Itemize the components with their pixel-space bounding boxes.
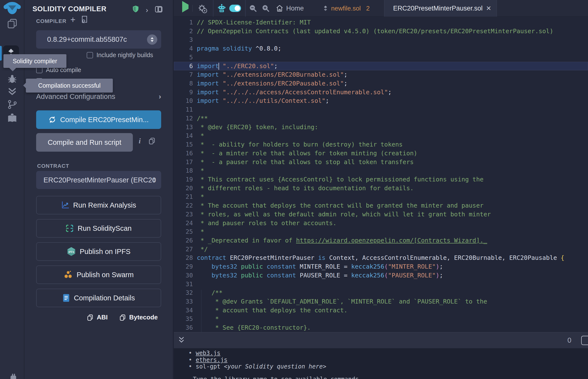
code-line-19: 19 * This contract uses {AccessControl} …: [174, 175, 588, 184]
code-line-13: 13 * @dev {ERC20} token, including:: [174, 123, 588, 132]
code-line-31: 31: [174, 280, 588, 289]
code-line-6: 6import "../ERC20.sol";: [174, 62, 588, 71]
code-line-36: 36 * See {ERC20-constructor}.: [174, 323, 588, 332]
run-solidityscan-button[interactable]: Run SolidityScan: [36, 219, 161, 237]
compiler-version-select[interactable]: 0.8.29+commit.ab55807c: [36, 30, 161, 48]
tab-newfile[interactable]: newfile.sol 2: [320, 0, 372, 16]
file-explorer-icon[interactable]: [0, 18, 24, 29]
ai-toggle[interactable]: [229, 5, 241, 12]
publish-swarm-button[interactable]: Publish on Swarm: [36, 266, 161, 284]
run-script-icon[interactable]: [182, 5, 188, 9]
tab-home[interactable]: Home: [276, 0, 304, 16]
terminal-partial-button[interactable]: [581, 336, 588, 345]
code-line-24: 24 * and pauser roles to other accounts.: [174, 219, 588, 228]
code-line-14: 14 *: [174, 131, 588, 140]
nightly-builds-row: Include nightly builds: [87, 51, 153, 59]
code-line-11: 11: [174, 105, 588, 114]
code-line-5: 5: [174, 53, 588, 62]
sidebar-tooltip: Solidity compiler: [3, 54, 66, 68]
ai-robot-icon[interactable]: [217, 4, 226, 13]
code-line-21: 21 *: [174, 192, 588, 201]
terminal-bar: 0: [174, 332, 588, 348]
tab-bar: Home newfile.sol 2 ERC20PresetMinterPaus…: [174, 0, 588, 16]
zoom-in-icon[interactable]: [262, 4, 270, 12]
version-spinner-icon[interactable]: [147, 34, 157, 45]
compile-and-run-button[interactable]: Compile and Run script: [36, 133, 133, 152]
code-line-7: 7import "../extensions/ERC20Burnable.sol…: [174, 70, 588, 79]
learneth-icon[interactable]: [0, 113, 24, 123]
code-line-20: 20 * different roles - head to its docum…: [174, 184, 588, 193]
copy-script-icon[interactable]: [148, 137, 155, 144]
terminal-content: •web3.js•ethers.js•sol-gpt <your Solidit…: [174, 348, 588, 379]
compilation-details-button[interactable]: Compilation Details: [36, 289, 161, 307]
scan-icon: [66, 224, 74, 232]
code-line-26: 26 * _Deprecated in favor of https://wiz…: [174, 236, 588, 245]
code-line-27: 27 */: [174, 245, 588, 254]
indent-guide: [201, 290, 201, 332]
nightly-builds-label: Include nightly builds: [96, 51, 153, 59]
panel-title: SOLIDITY COMPILER: [32, 5, 107, 13]
panel-collapse-chevron-icon[interactable]: ›: [146, 6, 148, 14]
close-tab-icon[interactable]: ✕: [486, 5, 491, 12]
terminal-link[interactable]: web3.js: [196, 350, 220, 357]
terminal-listen-count: 0: [568, 336, 572, 344]
compile-button[interactable]: Compile ERC20PresetMin...: [36, 111, 161, 129]
copy-bytecode-icon[interactable]: [119, 314, 126, 321]
info-icon[interactable]: i: [139, 137, 141, 145]
code-line-30: 30 bytes32 public constant PAUSER_ROLE =…: [174, 271, 588, 280]
code-line-12: 12/**: [174, 114, 588, 123]
svg-text:IPFS: IPFS: [68, 251, 74, 253]
code-line-15: 15 * - ability for holders to burn (dest…: [174, 140, 588, 149]
abi-bytecode-row: ABI Bytecode: [36, 314, 161, 321]
code-line-32: 32 /**: [174, 288, 588, 297]
terminal-list-item: •web3.js: [188, 350, 588, 357]
add-compiler-icon[interactable]: +: [70, 15, 76, 25]
compilation-status-tooltip: Compilation successful: [26, 79, 113, 93]
code-line-34: 34 * account that deploys the contract.: [174, 306, 588, 315]
nightly-builds-checkbox[interactable]: [87, 52, 93, 58]
publish-ipfs-button[interactable]: IPFS Publish on IPFS: [36, 242, 161, 261]
run-config-gear-icon[interactable]: [198, 4, 207, 13]
split-panel-icon[interactable]: [155, 6, 163, 13]
terminal-list-item: •sol-gpt <your Solidity question here>: [188, 363, 588, 370]
remix-logo[interactable]: [0, 2, 24, 14]
code-line-9: 9import "../../../access/AccessControlEn…: [174, 88, 588, 97]
contract-select[interactable]: ERC20PresetMinterPauser (ERC20: [36, 171, 161, 189]
plugin-verified-shield-icon: [133, 5, 139, 13]
git-icon[interactable]: [0, 100, 24, 110]
compiler-section-label: COMPILER: [36, 18, 66, 24]
compiler-license-icon[interactable]: [81, 16, 88, 23]
tab-home-label: Home: [286, 5, 304, 12]
plugin-manager-icon[interactable]: [0, 373, 24, 379]
editor-region: Home newfile.sol 2 ERC20PresetMinterPaus…: [174, 0, 588, 379]
zoom-out-icon[interactable]: [249, 4, 257, 12]
contract-spinner-icon: [152, 177, 156, 183]
details-icon: [62, 294, 70, 302]
contract-section-label: CONTRACT: [37, 163, 69, 169]
tab-erc20presetminterpauser[interactable]: ERC20PresetMinterPauser.sol ✕: [384, 0, 497, 16]
tab-active-label: ERC20PresetMinterPauser.sol: [393, 5, 482, 12]
terminal-list: •web3.js•ethers.js•sol-gpt <your Solidit…: [174, 348, 588, 370]
code-line-17: 17 * - a pauser role that allows to stop…: [174, 158, 588, 167]
compile-and-run-label: Compile and Run script: [48, 139, 121, 146]
contract-select-value: ERC20PresetMinterPauser (ERC20: [44, 176, 156, 184]
publish-swarm-label: Publish on Swarm: [77, 271, 134, 279]
run-remix-analysis-button[interactable]: Run Remix Analysis: [36, 196, 161, 214]
terminal-link[interactable]: ethers.js: [196, 357, 227, 363]
code-editor[interactable]: 1// SPDX-License-Identifier: MIT2// Open…: [174, 16, 588, 332]
code-line-1: 1// SPDX-License-Identifier: MIT: [174, 18, 588, 27]
terminal-expand-icon[interactable]: [178, 336, 185, 344]
code-line-25: 25 *: [174, 227, 588, 236]
tab-newfile-label: newfile.sol: [331, 5, 361, 12]
chart-icon: [61, 201, 69, 209]
copy-abi-icon[interactable]: [87, 314, 93, 321]
code-lines: 1// SPDX-License-Identifier: MIT2// Open…: [174, 18, 588, 332]
advanced-configurations-expander[interactable]: Advanced Configurations ›: [36, 92, 161, 101]
abi-button[interactable]: ABI: [97, 314, 108, 321]
run-solidityscan-label: Run SolidityScan: [78, 224, 132, 233]
terminal-list-item: •ethers.js: [188, 357, 588, 363]
terminal-hint: Type the library name to see available c…: [193, 376, 359, 379]
code-line-16: 16 * - a minter role that allows for tok…: [174, 149, 588, 158]
publish-ipfs-label: Publish on IPFS: [80, 248, 131, 256]
bytecode-button[interactable]: Bytecode: [129, 314, 158, 321]
